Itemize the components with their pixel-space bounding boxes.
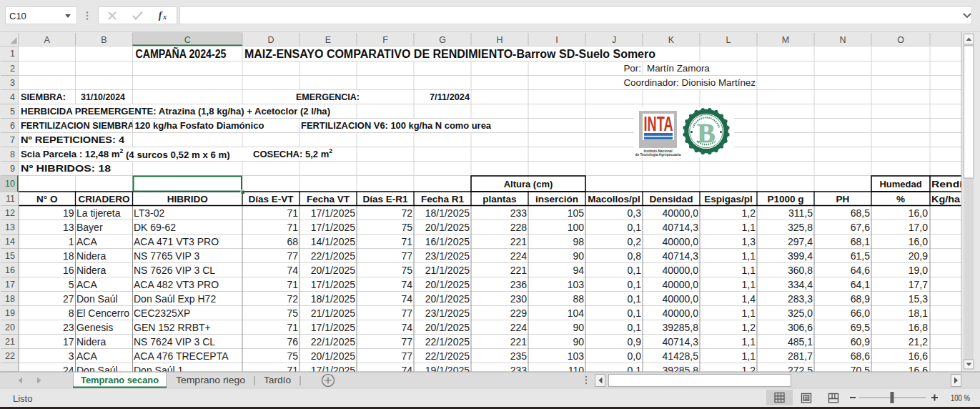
svg-text:40714,3: 40714,3 [662, 250, 698, 262]
svg-text:Macollos/pl: Macollos/pl [588, 194, 640, 204]
svg-text:C10: C10 [9, 11, 26, 21]
svg-text:20/1/2025: 20/1/2025 [425, 222, 470, 233]
svg-text:19,0: 19,0 [909, 265, 928, 276]
svg-text:41428,5: 41428,5 [662, 350, 698, 362]
svg-text:71: 71 [287, 207, 298, 219]
svg-text:18: 18 [5, 294, 15, 304]
svg-text:La tijereta: La tijereta [76, 207, 121, 219]
svg-text:13: 13 [5, 222, 15, 232]
svg-text:77: 77 [401, 250, 412, 262]
svg-text:23: 23 [63, 322, 74, 333]
svg-text:3: 3 [10, 78, 15, 88]
svg-text:F: F [382, 35, 388, 45]
svg-text:M: M [782, 35, 789, 45]
svg-text:1,1: 1,1 [742, 250, 756, 262]
svg-text:40000,0: 40000,0 [662, 207, 698, 219]
svg-text:1,4: 1,4 [742, 293, 756, 305]
svg-text:64,6: 64,6 [851, 265, 870, 276]
svg-text:N: N [839, 35, 846, 45]
svg-text:71: 71 [287, 222, 298, 233]
svg-text:14/1/2025: 14/1/2025 [311, 236, 355, 247]
svg-text:325,8: 325,8 [788, 222, 813, 233]
svg-text:19: 19 [63, 207, 74, 219]
svg-text:17/1/2025: 17/1/2025 [311, 207, 355, 219]
svg-text:K: K [668, 35, 675, 45]
svg-text:16,0: 16,0 [909, 207, 928, 219]
svg-text:plantas: plantas [482, 194, 516, 204]
svg-text:0,1: 0,1 [628, 279, 642, 290]
svg-text:D: D [267, 35, 274, 45]
svg-text:16,8: 16,8 [909, 322, 928, 333]
svg-text:SIEMBRA:: SIEMBRA: [21, 92, 66, 102]
svg-text:18/1/2025: 18/1/2025 [311, 293, 355, 305]
svg-text:71: 71 [287, 279, 298, 290]
svg-text:Scia Parcela : 12,48 m2 (4 sur: Scia Parcela : 12,48 m2 (4 surcos 0,52 m… [21, 147, 230, 159]
svg-text:22: 22 [5, 351, 15, 361]
svg-text:9: 9 [10, 164, 15, 174]
svg-text:311,5: 311,5 [788, 207, 813, 219]
svg-text:20: 20 [5, 322, 15, 332]
svg-text:75: 75 [401, 265, 412, 276]
svg-text:A: A [44, 35, 51, 45]
svg-text:13: 13 [63, 222, 74, 233]
svg-text:399,4: 399,4 [788, 250, 813, 262]
svg-text:NS 7765 VIP 3: NS 7765 VIP 3 [134, 250, 200, 262]
svg-text:5: 5 [69, 279, 74, 290]
svg-text:EMERGENCIA:: EMERGENCIA: [296, 92, 360, 102]
svg-text:40000,0: 40000,0 [662, 279, 698, 290]
svg-text:Don Saúl: Don Saúl [76, 293, 118, 305]
svg-text:74: 74 [287, 265, 298, 276]
svg-text:360,8: 360,8 [788, 265, 813, 276]
svg-text:CEC2325XP: CEC2325XP [134, 307, 190, 319]
svg-text:Nidera: Nidera [76, 250, 106, 262]
svg-text:75: 75 [287, 350, 298, 362]
svg-text:B: B [697, 118, 715, 148]
svg-text:Nº REPETICIONES: 4: Nº REPETICIONES: 4 [21, 134, 125, 145]
svg-text:HIBRIDO: HIBRIDO [167, 194, 208, 204]
svg-text:7/11/2024: 7/11/2024 [430, 92, 470, 102]
svg-text:22/1/2025: 22/1/2025 [425, 336, 470, 348]
svg-text:%: % [896, 194, 905, 204]
svg-text:4: 4 [10, 92, 15, 102]
svg-text:69,5: 69,5 [851, 322, 870, 333]
svg-text:39285,8: 39285,8 [662, 322, 698, 333]
svg-text:60,9: 60,9 [851, 336, 870, 348]
svg-text:H: H [496, 35, 503, 45]
svg-text:306,6: 306,6 [788, 322, 813, 333]
svg-text:Tardío: Tardío [264, 375, 291, 385]
svg-text:0,1: 0,1 [628, 265, 642, 276]
svg-text:1,1: 1,1 [742, 279, 756, 290]
svg-text:0,3: 0,3 [628, 207, 642, 219]
svg-text:El Cencerro: El Cencerro [76, 307, 129, 319]
svg-text:40714,3: 40714,3 [662, 222, 698, 233]
svg-text:15,3: 15,3 [909, 293, 928, 305]
svg-text:ACA: ACA [76, 350, 97, 362]
svg-text:16,0: 16,0 [909, 236, 928, 247]
svg-text:18,1: 18,1 [909, 307, 928, 319]
svg-text:CAMPAÑA 2024-25: CAMPAÑA 2024-25 [136, 46, 227, 60]
svg-text:74: 74 [401, 279, 412, 290]
svg-text:103: 103 [568, 350, 585, 362]
svg-text:inserción: inserción [535, 194, 578, 204]
svg-text:90: 90 [573, 250, 584, 262]
svg-text:16,6: 16,6 [909, 350, 928, 362]
svg-text:20/1/2025: 20/1/2025 [425, 293, 470, 305]
svg-text:0,2: 0,2 [628, 236, 642, 247]
svg-text:23/1/2025: 23/1/2025 [425, 307, 470, 319]
svg-text:283,3: 283,3 [788, 293, 813, 305]
svg-text:75: 75 [287, 307, 298, 319]
svg-text:0,9: 0,9 [628, 336, 642, 348]
svg-text:COSECHA: 5,2 m2: COSECHA: 5,2 m2 [253, 147, 332, 159]
svg-text:C: C [184, 35, 191, 45]
svg-text:1,2: 1,2 [742, 322, 756, 333]
svg-text:Temprano secano: Temprano secano [81, 375, 159, 385]
svg-text:Nidera: Nidera [76, 265, 106, 276]
svg-text:8: 8 [10, 149, 15, 159]
svg-text:20/1/2025: 20/1/2025 [311, 265, 355, 276]
svg-text:CRIADERO: CRIADERO [78, 194, 129, 204]
svg-text:17: 17 [63, 336, 74, 348]
svg-text:2: 2 [10, 64, 15, 74]
svg-text:64,1: 64,1 [851, 279, 870, 290]
svg-text:20/1/2025: 20/1/2025 [425, 279, 470, 290]
svg-text:105: 105 [568, 207, 585, 219]
